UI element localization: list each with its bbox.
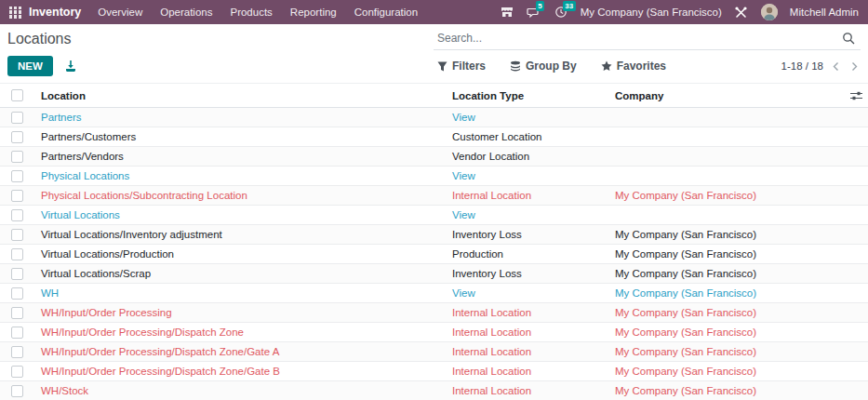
chevron-left-icon[interactable] (830, 61, 842, 72)
row-checkbox[interactable] (11, 327, 23, 339)
nav-products[interactable]: Products (230, 7, 272, 18)
cell-company[interactable] (609, 167, 833, 186)
column-header-company[interactable]: Company (609, 84, 833, 108)
table-row[interactable]: WH/Input/Order Processing Internal Locat… (0, 303, 868, 323)
company-switcher[interactable]: My Company (San Francisco) (581, 7, 722, 18)
cell-company[interactable]: My Company (San Francisco) (609, 362, 833, 381)
cell-company[interactable] (609, 147, 833, 167)
search-icon[interactable] (842, 32, 855, 48)
cell-location[interactable]: WH/Input/Order Processing/Dispatch Zone (35, 323, 447, 342)
activities-icon[interactable]: 33 (554, 5, 568, 20)
row-checkbox[interactable] (11, 385, 23, 397)
favorites-button[interactable]: Favorites (601, 60, 666, 73)
table-row[interactable]: Partners/Vendors Vendor Location (0, 147, 868, 167)
app-name[interactable]: Inventory (29, 6, 81, 19)
cell-type[interactable]: View (447, 284, 609, 303)
cell-type[interactable]: Customer Location (447, 127, 609, 147)
cell-company[interactable] (609, 206, 833, 225)
filters-button[interactable]: Filters (437, 60, 486, 73)
row-checkbox[interactable] (11, 268, 23, 280)
group-by-button[interactable]: Group By (510, 60, 577, 73)
cell-location[interactable]: WH/Input/Order Processing/Dispatch Zone/… (35, 362, 447, 381)
cell-location[interactable]: Virtual Locations/Scrap (35, 264, 447, 284)
nav-operations[interactable]: Operations (160, 7, 212, 18)
cell-location[interactable]: Virtual Locations (35, 206, 447, 225)
nav-reporting[interactable]: Reporting (290, 7, 337, 18)
row-checkbox[interactable] (11, 346, 23, 358)
table-row[interactable]: WH/Input/Order Processing/Dispatch Zone/… (0, 342, 868, 362)
table-row[interactable]: WH View My Company (San Francisco) (0, 284, 868, 303)
table-row[interactable]: Partners/Customers Customer Location (0, 127, 868, 147)
user-menu[interactable]: Mitchell Admin (790, 7, 859, 18)
cell-type[interactable]: View (447, 167, 609, 186)
cell-location[interactable]: Virtual Locations/Production (35, 245, 447, 264)
table-row[interactable]: Physical Locations View (0, 167, 868, 186)
cell-company[interactable]: My Company (San Francisco) (609, 186, 833, 206)
apps-grid-icon[interactable] (9, 7, 21, 19)
sliders-icon[interactable] (838, 90, 862, 101)
table-row[interactable]: WH/Stock Internal Location My Company (S… (0, 381, 868, 400)
cell-company[interactable]: My Company (San Francisco) (609, 303, 833, 323)
cell-location[interactable]: WH/Input/Order Processing (35, 303, 447, 323)
cell-location[interactable]: WH/Input/Order Processing/Dispatch Zone/… (35, 342, 447, 362)
download-icon[interactable] (64, 60, 77, 73)
row-checkbox[interactable] (11, 248, 23, 260)
table-row[interactable]: Virtual Locations/Scrap Inventory Loss M… (0, 264, 868, 284)
cell-company[interactable]: My Company (San Francisco) (609, 342, 833, 362)
cell-location[interactable]: Physical Locations (35, 167, 447, 186)
shop-icon[interactable] (500, 5, 514, 20)
cell-type[interactable]: Inventory Loss (447, 264, 609, 284)
column-header-location-type[interactable]: Location Type (447, 84, 609, 108)
row-checkbox[interactable] (11, 366, 23, 378)
cell-type[interactable]: View (447, 206, 609, 225)
row-checkbox[interactable] (11, 131, 23, 143)
cell-type[interactable]: View (447, 108, 609, 127)
nav-overview[interactable]: Overview (98, 7, 142, 18)
cell-location[interactable]: WH (35, 284, 447, 303)
search-input[interactable] (434, 29, 861, 50)
table-row[interactable]: WH/Input/Order Processing/Dispatch Zone … (0, 323, 868, 342)
row-checkbox[interactable] (11, 287, 23, 300)
user-avatar[interactable] (761, 4, 778, 20)
column-header-location[interactable]: Location (35, 84, 447, 108)
row-checkbox[interactable] (11, 229, 23, 241)
table-row[interactable]: Virtual Locations/Inventory adjustment I… (0, 225, 868, 245)
table-row[interactable]: Virtual Locations/Production Production … (0, 245, 868, 264)
cell-type[interactable]: Internal Location (447, 381, 609, 400)
table-row[interactable]: Partners View (0, 108, 868, 127)
cell-type[interactable]: Vendor Location (447, 147, 609, 167)
new-button[interactable]: NEW (7, 56, 53, 76)
row-checkbox[interactable] (11, 190, 23, 202)
cell-company[interactable]: My Company (San Francisco) (609, 245, 833, 264)
table-row[interactable]: Physical Locations/Subcontracting Locati… (0, 186, 868, 206)
cell-location[interactable]: Partners/Vendors (35, 147, 447, 167)
cell-location[interactable]: Partners/Customers (35, 127, 447, 147)
cell-location[interactable]: Physical Locations/Subcontracting Locati… (35, 186, 447, 206)
cell-company[interactable]: My Company (San Francisco) (609, 323, 833, 342)
cell-company[interactable] (609, 108, 833, 127)
cell-company[interactable]: My Company (San Francisco) (609, 381, 833, 400)
cell-type[interactable]: Inventory Loss (447, 225, 609, 245)
row-checkbox[interactable] (11, 209, 23, 221)
cell-company[interactable]: My Company (San Francisco) (609, 284, 833, 303)
cell-location[interactable]: WH/Stock (35, 381, 447, 400)
table-row[interactable]: Virtual Locations View (0, 206, 868, 225)
nav-configuration[interactable]: Configuration (354, 7, 418, 18)
cell-type[interactable]: Internal Location (447, 303, 609, 323)
cell-type[interactable]: Internal Location (447, 323, 609, 342)
row-checkbox[interactable] (11, 112, 23, 124)
tools-icon[interactable] (734, 5, 749, 20)
cell-type[interactable]: Internal Location (447, 362, 609, 381)
chevron-right-icon[interactable] (848, 61, 861, 72)
cell-type[interactable]: Internal Location (447, 186, 609, 206)
cell-company[interactable] (609, 127, 833, 147)
cell-type[interactable]: Production (447, 245, 609, 264)
row-checkbox[interactable] (11, 307, 23, 319)
cell-location[interactable]: Partners (35, 108, 447, 127)
cell-company[interactable]: My Company (San Francisco) (609, 225, 833, 245)
cell-type[interactable]: Internal Location (447, 342, 609, 362)
messages-icon[interactable]: 5 (527, 5, 541, 20)
cell-location[interactable]: Virtual Locations/Inventory adjustment (35, 225, 447, 245)
table-row[interactable]: WH/Input/Order Processing/Dispatch Zone/… (0, 362, 868, 381)
row-checkbox[interactable] (11, 151, 23, 163)
